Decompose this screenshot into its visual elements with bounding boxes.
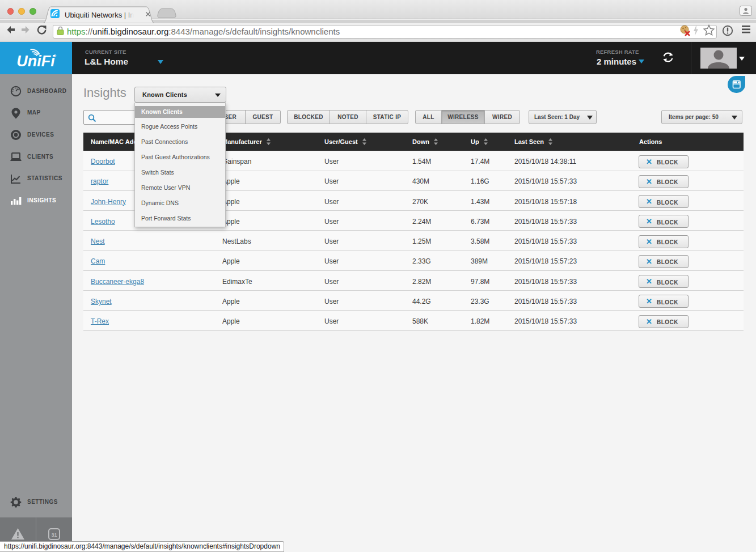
svg-text:31: 31 (51, 532, 57, 538)
svg-text:UniFi: UniFi (16, 53, 55, 70)
